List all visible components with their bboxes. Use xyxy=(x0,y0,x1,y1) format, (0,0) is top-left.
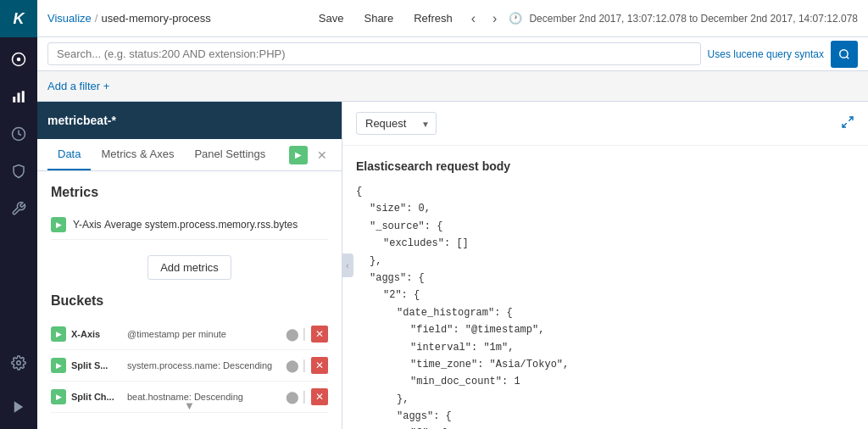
buckets-section: Buckets ▶ X-Axis @timestamp per minute ⬤… xyxy=(51,293,328,413)
collapse-bottom[interactable]: ▼ xyxy=(184,399,195,412)
bucket-type-splitcharts: Split Ch... xyxy=(71,392,122,402)
breadcrumb-current: used-memory-process xyxy=(101,12,210,25)
index-pattern-label: metricbeat-* xyxy=(47,114,116,127)
svg-point-1 xyxy=(17,58,21,62)
code-line: "3": { xyxy=(356,425,854,429)
lucene-link[interactable]: Uses lucene query syntax xyxy=(708,48,824,60)
save-button[interactable]: Save xyxy=(312,8,351,28)
nav-item-dashboard[interactable] xyxy=(0,115,37,153)
metrics-section: Metrics ▶ Y-Axis Average system.process.… xyxy=(51,185,328,280)
code-line: { xyxy=(356,183,854,200)
code-line: "interval": "1m", xyxy=(356,339,854,356)
filter-bar: Add a filter + xyxy=(37,71,868,102)
code-line: }, xyxy=(356,253,854,270)
bucket-info-xaxis: @timestamp per minute xyxy=(127,329,281,339)
metric-label: Y-Axis Average system.process.memory.rss… xyxy=(73,219,298,231)
panel-tabs: Data Metrics & Axes Panel Settings ▶ ✕ xyxy=(37,139,342,171)
code-line: "aggs": { xyxy=(356,270,854,287)
next-arrow[interactable]: › xyxy=(487,9,502,28)
svg-point-6 xyxy=(17,361,21,365)
tab-metrics-axes[interactable]: Metrics & Axes xyxy=(91,139,184,170)
request-title: Elasticsearch request body xyxy=(356,159,854,173)
kibana-logo[interactable]: K xyxy=(0,0,37,37)
date-range-text: December 2nd 2017, 13:07:12.078 to Decem… xyxy=(529,13,858,25)
bucket-row-xaxis: ▶ X-Axis @timestamp per minute ⬤ | ✕ xyxy=(51,319,328,350)
nav-item-devtools[interactable] xyxy=(0,190,37,227)
buckets-title: Buckets xyxy=(51,293,328,309)
top-bar: Visualize / used-memory-process Save Sha… xyxy=(37,0,868,37)
share-button[interactable]: Share xyxy=(357,8,400,28)
nav-item-visualize[interactable] xyxy=(0,78,37,115)
run-button[interactable]: ▶ xyxy=(289,146,308,164)
search-input[interactable] xyxy=(47,42,701,65)
right-panel-header: Request Response ▼ xyxy=(342,102,868,146)
breadcrumb-separator: / xyxy=(95,12,98,25)
nav-item-timelion[interactable] xyxy=(0,153,37,190)
code-line: "2": { xyxy=(356,287,854,304)
date-range-icon: 🕐 xyxy=(509,12,522,25)
close-panel-button[interactable]: ✕ xyxy=(313,146,331,164)
svg-rect-2 xyxy=(13,97,15,103)
code-line: }, xyxy=(356,391,854,408)
tab-panel-settings[interactable]: Panel Settings xyxy=(184,139,275,170)
svg-point-8 xyxy=(840,49,848,57)
code-block: { "size": 0, "_source": { "excludes": []… xyxy=(356,183,854,429)
pipe-icon-splitcharts: | xyxy=(303,389,306,404)
nav-item-discover[interactable] xyxy=(0,41,37,78)
refresh-button[interactable]: Refresh xyxy=(407,8,459,28)
panel-header: metricbeat-* xyxy=(37,102,342,139)
bucket-type-xaxis: X-Axis xyxy=(71,329,122,339)
panel-content: Metrics ▶ Y-Axis Average system.process.… xyxy=(37,171,342,429)
search-button[interactable] xyxy=(831,41,858,68)
delete-splitseries-button[interactable]: ✕ xyxy=(311,357,328,374)
bucket-play-xaxis[interactable]: ▶ xyxy=(51,326,66,342)
tab-data[interactable]: Data xyxy=(47,139,91,170)
code-line: "size": 0, xyxy=(356,200,854,217)
svg-line-9 xyxy=(847,56,849,58)
right-panel: Request Response ▼ Elasticsearch request… xyxy=(342,102,868,429)
delete-xaxis-button[interactable]: ✕ xyxy=(311,326,328,343)
request-select[interactable]: Request Response xyxy=(356,112,437,135)
nav-item-play[interactable] xyxy=(0,388,37,426)
expand-icon[interactable] xyxy=(841,115,854,132)
bucket-info-splitseries: system.process.name: Descending xyxy=(127,360,281,370)
nav-item-settings[interactable] xyxy=(0,344,37,382)
svg-rect-3 xyxy=(18,93,20,103)
code-line: "field": "@timestamp", xyxy=(356,321,854,338)
svg-line-10 xyxy=(849,117,853,121)
toggle-icon-splitcharts[interactable]: ⬤ xyxy=(286,390,299,404)
metric-play-button[interactable]: ▶ xyxy=(51,217,66,232)
bucket-play-splitcharts[interactable]: ▶ xyxy=(51,389,66,404)
toolbar-actions: Save Share Refresh ‹ › 🕐 December 2nd 20… xyxy=(312,8,858,28)
content-area: metricbeat-* Data Metrics & Axes Panel S… xyxy=(37,102,868,429)
left-panel: metricbeat-* Data Metrics & Axes Panel S… xyxy=(37,102,342,429)
search-bar: Uses lucene query syntax xyxy=(37,37,868,71)
add-filter-button[interactable]: Add a filter + xyxy=(47,80,109,92)
bucket-row-splitseries: ▶ Split S... system.process.name: Descen… xyxy=(51,350,328,382)
breadcrumb: Visualize / used-memory-process xyxy=(47,12,211,25)
bucket-play-splitseries[interactable]: ▶ xyxy=(51,358,66,373)
code-line: "excludes": [] xyxy=(356,235,854,252)
toggle-icon-xaxis[interactable]: ⬤ xyxy=(286,327,299,341)
pipe-icon-splitseries: | xyxy=(303,358,306,373)
metrics-title: Metrics xyxy=(51,185,328,200)
code-line: "_source": { xyxy=(356,218,854,235)
prev-arrow[interactable]: ‹ xyxy=(466,9,481,28)
metric-row-yaxis: ▶ Y-Axis Average system.process.memory.r… xyxy=(51,210,328,240)
svg-marker-7 xyxy=(14,401,24,413)
breadcrumb-parent[interactable]: Visualize xyxy=(47,12,92,25)
bucket-info-splitcharts: beat.hostname: Descending xyxy=(127,392,281,402)
code-line: "aggs": { xyxy=(356,408,854,425)
code-line: "date_histogram": { xyxy=(356,304,854,321)
svg-rect-4 xyxy=(22,91,25,103)
left-navigation: K xyxy=(0,0,37,429)
request-select-wrapper: Request Response ▼ xyxy=(356,112,437,135)
svg-line-11 xyxy=(843,123,847,127)
delete-splitcharts-button[interactable]: ✕ xyxy=(311,388,328,405)
right-panel-body: Elasticsearch request body { "size": 0, … xyxy=(342,146,868,429)
add-metrics-button[interactable]: Add metrics xyxy=(147,255,231,280)
bucket-type-splitseries: Split S... xyxy=(71,360,122,370)
collapse-handle[interactable]: ‹ xyxy=(342,254,353,277)
toggle-icon-splitseries[interactable]: ⬤ xyxy=(286,359,299,372)
code-line: "min_doc_count": 1 xyxy=(356,373,854,390)
